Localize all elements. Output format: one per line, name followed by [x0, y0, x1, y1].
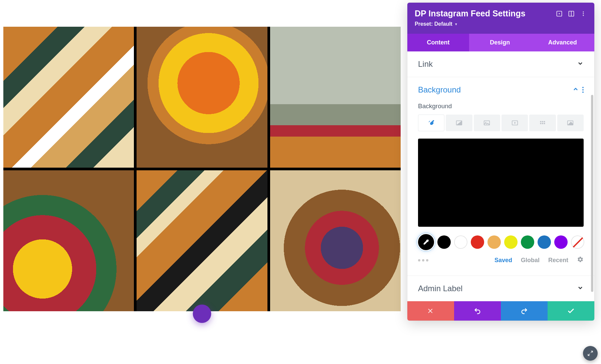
section-background: Background Background: [407, 77, 594, 276]
background-type-tabs: [418, 115, 584, 131]
save-button[interactable]: [548, 301, 594, 321]
feed-image[interactable]: [137, 27, 267, 168]
color-swatch-blue[interactable]: [538, 235, 551, 249]
palette-settings-icon[interactable]: [577, 256, 584, 264]
chevron-down-icon: [577, 60, 584, 68]
svg-rect-15: [542, 123, 543, 124]
svg-rect-12: [542, 121, 543, 123]
bg-type-pattern[interactable]: [529, 115, 556, 131]
section-admin-label-title: Admin Label: [418, 284, 574, 293]
undo-button[interactable]: [454, 301, 501, 321]
color-swatch-row: [418, 234, 584, 250]
feed-image[interactable]: [270, 170, 401, 311]
background-field-label: Background: [418, 103, 584, 110]
bg-type-gradient[interactable]: [446, 115, 472, 131]
page-canvas: [3, 27, 401, 311]
bg-type-color[interactable]: [418, 115, 444, 131]
cancel-button[interactable]: [407, 301, 454, 321]
background-color-preview[interactable]: [418, 139, 584, 227]
svg-point-5: [583, 13, 584, 14]
color-swatch-yellow[interactable]: [504, 235, 518, 249]
svg-rect-14: [540, 123, 542, 124]
more-options-icon[interactable]: [580, 10, 587, 17]
color-swatch-black[interactable]: [437, 235, 451, 249]
svg-rect-16: [544, 123, 545, 124]
svg-point-1: [559, 13, 560, 14]
palette-tab-saved[interactable]: Saved: [494, 257, 512, 264]
section-background-toggle[interactable]: Background: [407, 77, 594, 103]
color-swatch-orange[interactable]: [487, 235, 501, 249]
panel-title: DP Instagram Feed Settings: [415, 9, 551, 18]
settings-panel: DP Instagram Feed Settings Preset: Defau…: [407, 3, 594, 321]
panel-header: DP Instagram Feed Settings Preset: Defau…: [407, 3, 594, 34]
palette-sub-row: Saved Global Recent: [418, 256, 584, 264]
svg-rect-13: [544, 121, 545, 123]
section-link-toggle[interactable]: Link: [407, 51, 594, 77]
bg-type-mask[interactable]: [557, 115, 584, 131]
chevron-down-icon: [577, 285, 584, 293]
feed-image[interactable]: [3, 27, 134, 168]
section-background-title: Background: [418, 85, 569, 95]
add-module-button[interactable]: [193, 305, 211, 323]
tab-content[interactable]: Content: [407, 34, 469, 51]
palette-tab-recent[interactable]: Recent: [548, 257, 568, 264]
color-picker-button[interactable]: [418, 234, 434, 250]
section-admin-label: Admin Label: [407, 276, 594, 301]
section-options-icon[interactable]: [582, 87, 584, 93]
bg-type-image[interactable]: [474, 115, 500, 131]
panel-body[interactable]: Link Background Background: [407, 51, 594, 301]
color-swatch-white[interactable]: [454, 235, 467, 249]
svg-rect-11: [540, 121, 542, 123]
panel-tabs: Content Design Advanced: [407, 34, 594, 51]
tab-advanced[interactable]: Advanced: [531, 34, 594, 51]
help-icon[interactable]: [556, 10, 563, 17]
section-link-title: Link: [418, 59, 574, 69]
preset-label: Preset: Default: [415, 21, 452, 27]
more-palettes-icon[interactable]: [418, 259, 428, 261]
snap-layout-icon[interactable]: [568, 10, 575, 17]
bg-type-video[interactable]: [502, 115, 528, 131]
color-swatch-red[interactable]: [471, 235, 484, 249]
section-admin-label-toggle[interactable]: Admin Label: [407, 276, 594, 301]
instagram-feed-grid: [3, 27, 401, 311]
redo-button[interactable]: [501, 301, 548, 321]
palette-tab-global[interactable]: Global: [521, 257, 540, 264]
svg-point-4: [583, 11, 584, 12]
caret-down-icon: ▼: [454, 22, 458, 26]
svg-point-6: [583, 15, 584, 16]
color-swatch-none[interactable]: [571, 235, 584, 249]
tab-design[interactable]: Design: [469, 34, 531, 51]
feed-image[interactable]: [3, 170, 134, 311]
chevron-up-icon: [572, 86, 579, 94]
section-link: Link: [407, 51, 594, 77]
feed-image[interactable]: [137, 170, 267, 311]
color-swatch-green[interactable]: [521, 235, 534, 249]
feed-image[interactable]: [270, 27, 401, 168]
scrollbar-thumb[interactable]: [591, 95, 593, 292]
resize-handle[interactable]: [583, 346, 598, 361]
color-swatch-purple[interactable]: [554, 235, 568, 249]
panel-footer: [407, 301, 594, 321]
preset-dropdown[interactable]: Preset: Default ▼: [415, 21, 458, 27]
